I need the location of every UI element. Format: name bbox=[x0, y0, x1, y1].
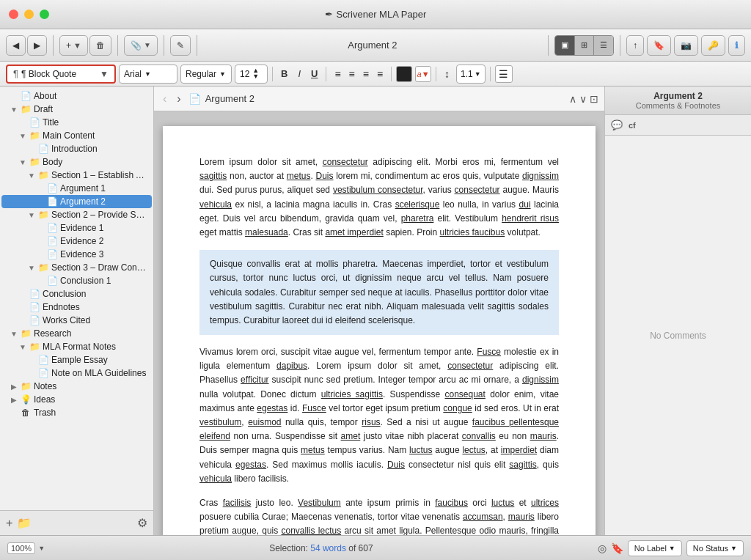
sidebar-item-mla-format[interactable]: ▼ 📁 MLA Format Notes bbox=[1, 340, 152, 353]
size-label: 12 bbox=[240, 69, 249, 79]
nav-down-button[interactable]: ∨ bbox=[579, 93, 587, 105]
sidebar-item-label: Conclusion 1 bbox=[60, 276, 111, 286]
sidebar-item-argument2[interactable]: 📄 Argument 2 bbox=[1, 195, 152, 208]
sidebar-item-label: Body bbox=[43, 157, 62, 167]
sidebar-item-conclusion[interactable]: 📄 Conclusion bbox=[1, 287, 152, 301]
status-dropdown[interactable]: No Status ▼ bbox=[686, 540, 744, 556]
view-outline-button[interactable]: ☰ bbox=[594, 36, 613, 55]
nav-split-button[interactable]: ⊡ bbox=[590, 93, 598, 105]
sidebar-item-section2[interactable]: ▼ 📁 Section 2 – Provide Suppo… bbox=[1, 208, 152, 221]
sidebar: 📄 About ▼ 📁 Draft 📄 Title ▼ 📁 Main Conte… bbox=[0, 86, 154, 535]
italic-button[interactable]: I bbox=[294, 65, 304, 83]
align-right-button[interactable]: ≡ bbox=[359, 65, 373, 83]
keywords-button[interactable]: 🔑 bbox=[701, 35, 725, 56]
window-controls[interactable] bbox=[9, 10, 49, 19]
align-justify-button[interactable]: ≡ bbox=[373, 65, 387, 83]
clip-group: 📎 ▼ bbox=[124, 35, 158, 56]
sidebar-item-label: Ideas bbox=[34, 394, 55, 405]
new-item-button[interactable]: + ▼ bbox=[59, 35, 88, 56]
sidebar-item-trash[interactable]: 🗑 Trash bbox=[1, 406, 152, 419]
view-grid-button[interactable]: ⊞ bbox=[575, 36, 594, 55]
sidebar-item-notes[interactable]: ▶ 📁 Notes bbox=[1, 380, 152, 393]
font-size-dropdown[interactable]: 12 ▲▼ bbox=[235, 65, 268, 84]
label-dropdown[interactable]: No Label ▼ bbox=[628, 540, 682, 556]
delete-button[interactable]: 🗑 bbox=[89, 35, 111, 56]
edit-icon: ✎ bbox=[177, 40, 184, 51]
sidebar-item-body[interactable]: ▼ 📁 Body bbox=[1, 155, 152, 169]
bold-button[interactable]: B bbox=[277, 65, 291, 83]
folder-icon: 📁 bbox=[28, 130, 41, 141]
share-button[interactable]: ↑ bbox=[626, 35, 644, 56]
sidebar-item-about[interactable]: 📄 About bbox=[1, 89, 152, 103]
forward-button[interactable]: ▶ bbox=[27, 35, 47, 56]
status-bar: 100% ▼ Selection: 54 words of 607 ◎ 🔖 No… bbox=[0, 535, 751, 560]
sidebar-item-ideas[interactable]: ▶ 💡 Ideas bbox=[1, 393, 152, 406]
nav-up-button[interactable]: ∧ bbox=[569, 93, 576, 105]
settings-button[interactable]: ⚙ bbox=[137, 516, 147, 530]
inspector-doc-title: Argument 2 bbox=[612, 91, 744, 101]
snapshot-button[interactable]: 📷 bbox=[674, 35, 698, 56]
sidebar-item-research[interactable]: ▼ 📁 Research bbox=[1, 327, 152, 340]
document-page[interactable]: Lorem ipsum dolor sit amet, consectetur … bbox=[163, 126, 596, 535]
title-bar: ✒ Scrivener MLA Paper bbox=[0, 0, 751, 29]
nav-forward-button[interactable]: › bbox=[174, 91, 183, 107]
sidebar-item-section3[interactable]: ▼ 📁 Section 3 – Draw Conclusi… bbox=[1, 261, 152, 274]
sidebar-item-works-cited[interactable]: 📄 Works Cited bbox=[1, 314, 152, 327]
sidebar-item-main-content[interactable]: ▼ 📁 Main Content bbox=[1, 129, 152, 142]
sidebar-item-draft[interactable]: ▼ 📁 Draft bbox=[1, 103, 152, 116]
label-arrow-icon: ▼ bbox=[669, 545, 675, 552]
view-single-button[interactable]: ▣ bbox=[555, 36, 575, 55]
sidebar-item-evidence1[interactable]: 📄 Evidence 1 bbox=[1, 221, 152, 235]
info-button[interactable]: ℹ bbox=[728, 35, 745, 56]
selection-count: 54 words bbox=[310, 543, 346, 553]
sidebar-item-endnotes[interactable]: 📄 Endnotes bbox=[1, 301, 152, 314]
inspector-footnotes-button[interactable]: cf bbox=[627, 119, 637, 131]
close-button[interactable] bbox=[9, 10, 18, 19]
list-button[interactable]: ☰ bbox=[495, 65, 513, 83]
sidebar-item-example-essay[interactable]: 📄 Eample Essay bbox=[1, 353, 152, 366]
line-spacing-dropdown[interactable]: 1.1 ▼ bbox=[456, 65, 486, 84]
bookmark-button[interactable]: 🔖 bbox=[647, 35, 671, 56]
selection-status: Selection: 54 words of 607 bbox=[51, 543, 592, 553]
format-separator-3 bbox=[391, 67, 392, 81]
style-dropdown[interactable]: ¶ ¶ Block Quote ▼ bbox=[6, 65, 116, 84]
attach-button[interactable]: 📎 ▼ bbox=[124, 35, 158, 56]
doc-icon: 📄 bbox=[19, 91, 32, 101]
sidebar-item-label: Note on MLA Guidelines bbox=[51, 368, 146, 378]
toolbar-separator-4 bbox=[197, 35, 197, 56]
back-button[interactable]: ◀ bbox=[6, 35, 26, 56]
sidebar-item-section1[interactable]: ▼ 📁 Section 1 – Establish Argu… bbox=[1, 169, 152, 182]
line-spacing-icon[interactable]: ↕ bbox=[441, 65, 453, 83]
bookmark-status-icon[interactable]: 🔖 bbox=[611, 542, 623, 554]
sidebar-item-title[interactable]: 📄 Title bbox=[1, 116, 152, 129]
sidebar-item-conclusion1[interactable]: 📄 Conclusion 1 bbox=[1, 274, 152, 287]
inspector-comments-button[interactable]: 💬 bbox=[609, 118, 624, 132]
minimize-button[interactable] bbox=[24, 10, 34, 19]
target-icon[interactable]: ◎ bbox=[598, 542, 607, 554]
align-center-button[interactable]: ≡ bbox=[345, 65, 359, 83]
zoom-value[interactable]: 100% bbox=[7, 542, 35, 554]
underline-button[interactable]: U bbox=[307, 65, 321, 83]
doc-icon: 📄 bbox=[28, 117, 41, 128]
highlight-color-swatch[interactable]: a▼ bbox=[415, 66, 431, 82]
sidebar-item-introduction[interactable]: 📄 Introduction bbox=[1, 142, 152, 155]
nav-back-button[interactable]: ‹ bbox=[160, 91, 169, 107]
sidebar-item-note-mla[interactable]: 📄 Note on MLA Guidelines bbox=[1, 366, 152, 380]
font-dropdown[interactable]: Arial ▼ bbox=[119, 65, 177, 84]
align-left-button[interactable]: ≡ bbox=[331, 65, 344, 83]
sidebar-item-evidence2[interactable]: 📄 Evidence 2 bbox=[1, 235, 152, 248]
maximize-button[interactable] bbox=[40, 10, 49, 19]
edit-button[interactable]: ✎ bbox=[170, 35, 191, 56]
font-weight-dropdown[interactable]: Regular ▼ bbox=[180, 65, 232, 84]
status-icons-group: ◎ 🔖 bbox=[598, 542, 623, 554]
selection-prefix: Selection: bbox=[269, 543, 308, 553]
paragraph-3: Vivamus lorem orci, suscipit vitae augue… bbox=[199, 345, 559, 486]
folder-icon: 📁 bbox=[37, 262, 50, 273]
folder-button[interactable]: 📁 bbox=[17, 516, 32, 530]
add-item-button[interactable]: + bbox=[6, 517, 12, 530]
editor-wrapper[interactable]: Lorem ipsum dolor sit amet, consectetur … bbox=[154, 111, 604, 535]
doc-icon: 📄 bbox=[28, 302, 41, 312]
text-color-swatch[interactable] bbox=[396, 66, 412, 82]
sidebar-item-argument1[interactable]: 📄 Argument 1 bbox=[1, 182, 152, 195]
sidebar-item-evidence3[interactable]: 📄 Evidence 3 bbox=[1, 248, 152, 261]
